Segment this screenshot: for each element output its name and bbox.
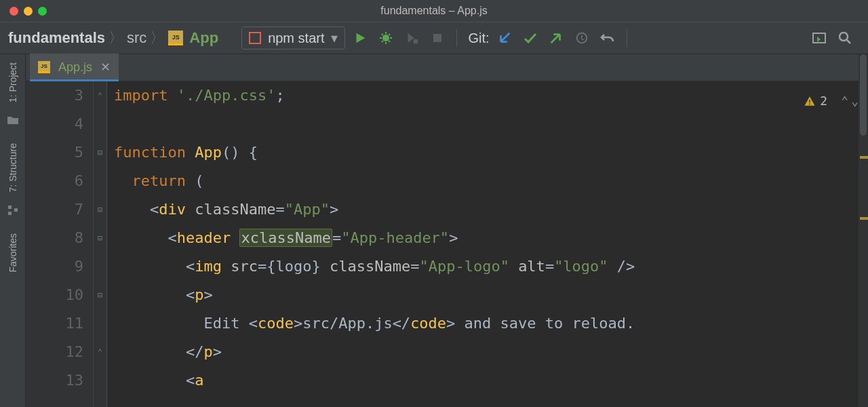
- chevron-right-icon: 〉: [108, 28, 123, 48]
- npm-icon: [249, 32, 261, 44]
- svg-rect-7: [8, 212, 12, 215]
- breadcrumb-folder[interactable]: src: [127, 29, 146, 47]
- run-config-label: npm start: [268, 31, 324, 46]
- line-number: 7: [26, 195, 83, 224]
- ide-scripting-button[interactable]: [808, 27, 830, 49]
- close-tab-icon[interactable]: ✕: [100, 60, 111, 75]
- toolwindow-structure[interactable]: 7: Structure: [7, 143, 18, 192]
- fold-toggle-icon[interactable]: ⊟: [94, 195, 106, 224]
- breadcrumb-project[interactable]: fundamentals: [8, 29, 105, 47]
- code-area[interactable]: import './App.css'; function App() { ret…: [107, 81, 868, 407]
- breadcrumb-file[interactable]: App: [189, 29, 218, 47]
- svg-point-5: [840, 33, 848, 41]
- warning-mark[interactable]: [860, 217, 868, 220]
- fold-toggle-icon[interactable]: ⊟: [94, 281, 106, 309]
- toolbar-separator: [456, 29, 457, 47]
- line-number: 3: [26, 81, 83, 110]
- svg-rect-4: [813, 33, 825, 43]
- line-number: 8: [26, 224, 83, 252]
- line-number: 6: [26, 167, 83, 195]
- left-toolwindow-bar: 1: Project 7: Structure Favorites: [0, 54, 26, 407]
- tab-label: App.js: [58, 60, 92, 75]
- svg-rect-2: [433, 34, 441, 42]
- toolbar-separator: [627, 29, 627, 47]
- prev-highlight-button[interactable]: ⌃: [841, 87, 848, 115]
- git-push-button[interactable]: [545, 27, 567, 49]
- fold-end-icon[interactable]: ⌃: [94, 81, 106, 110]
- code-line[interactable]: Edit <code>src/App.js</code> and save to…: [114, 309, 868, 338]
- git-pull-button[interactable]: [494, 27, 515, 49]
- js-file-icon: JS: [38, 61, 50, 73]
- fold-toggle-icon[interactable]: ⊟: [94, 224, 106, 252]
- code-line[interactable]: <a: [114, 366, 868, 395]
- line-number: 11: [26, 309, 83, 338]
- window-title: fundamentals – App.js: [0, 5, 868, 17]
- line-number: 5: [26, 138, 83, 167]
- code-line[interactable]: function App() {: [114, 138, 868, 167]
- code-editor[interactable]: 3 4 5 6 7 8 9 10 11 12 13 ⌃ ⊟ ⊟ ⊟ ⊟: [26, 81, 868, 407]
- line-number: 13: [26, 366, 83, 395]
- warning-icon: [804, 95, 816, 107]
- line-number: 9: [26, 252, 83, 281]
- toolwindow-project[interactable]: 1: Project: [7, 62, 18, 102]
- git-commit-button[interactable]: [519, 27, 541, 49]
- chevron-down-icon: ▾: [331, 30, 338, 46]
- stop-button[interactable]: [427, 27, 448, 49]
- js-file-icon: JS: [168, 31, 183, 45]
- code-line[interactable]: <header xclassName="App-header">: [114, 224, 868, 252]
- undo-button[interactable]: [597, 27, 618, 49]
- git-label: Git:: [468, 31, 489, 46]
- inspection-indicator[interactable]: 2: [804, 87, 827, 115]
- fold-gutter[interactable]: ⌃ ⊟ ⊟ ⊟ ⊟ ⌃: [94, 81, 107, 407]
- svg-rect-10: [809, 104, 810, 105]
- code-line[interactable]: <div className="App">: [114, 195, 868, 224]
- next-highlight-button[interactable]: ⌄: [851, 87, 859, 115]
- line-number-gutter[interactable]: 3 4 5 6 7 8 9 10 11 12 13: [26, 81, 94, 407]
- chevron-right-icon: 〉: [150, 28, 165, 48]
- code-line[interactable]: <p>: [114, 281, 868, 309]
- run-configuration-dropdown[interactable]: npm start ▾: [241, 26, 345, 50]
- inspection-nav: ⌃ ⌄: [841, 87, 859, 115]
- code-line[interactable]: </p>: [114, 338, 868, 366]
- svg-rect-8: [14, 208, 18, 212]
- svg-rect-1: [414, 39, 418, 43]
- structure-icon: [6, 204, 20, 217]
- line-number: 10: [26, 281, 83, 309]
- svg-rect-6: [8, 206, 12, 209]
- svg-point-0: [382, 35, 389, 41]
- folder-icon: [6, 113, 20, 127]
- code-line[interactable]: import './App.css';: [114, 81, 868, 110]
- run-button[interactable]: [349, 27, 371, 49]
- editor-tabs: JS App.js ✕: [26, 54, 868, 81]
- git-history-button[interactable]: [571, 27, 593, 49]
- code-line[interactable]: return (: [114, 167, 868, 195]
- scrollbar-thumb[interactable]: [860, 54, 867, 136]
- warning-mark[interactable]: [860, 156, 868, 159]
- debug-button[interactable]: [375, 27, 397, 49]
- main-toolbar: fundamentals 〉 src 〉 JS App npm start ▾ …: [0, 22, 868, 54]
- search-everywhere-button[interactable]: [834, 27, 856, 49]
- fold-toggle-icon[interactable]: ⊟: [94, 138, 106, 167]
- line-number: 4: [26, 110, 83, 138]
- warning-count: 2: [820, 87, 827, 115]
- run-with-coverage-button[interactable]: [401, 27, 422, 49]
- code-line[interactable]: [114, 110, 868, 138]
- fold-end-icon[interactable]: ⌃: [94, 338, 106, 366]
- selected-text: xclassName: [239, 229, 332, 247]
- titlebar: fundamentals – App.js: [0, 0, 868, 22]
- editor-tab[interactable]: JS App.js ✕: [30, 54, 119, 81]
- code-line[interactable]: <img src={logo} className="App-logo" alt…: [114, 252, 868, 281]
- toolwindow-favorites[interactable]: Favorites: [7, 233, 18, 273]
- svg-rect-9: [809, 100, 810, 103]
- breadcrumb[interactable]: fundamentals 〉 src 〉 JS App: [8, 28, 218, 48]
- line-number: 12: [26, 338, 83, 366]
